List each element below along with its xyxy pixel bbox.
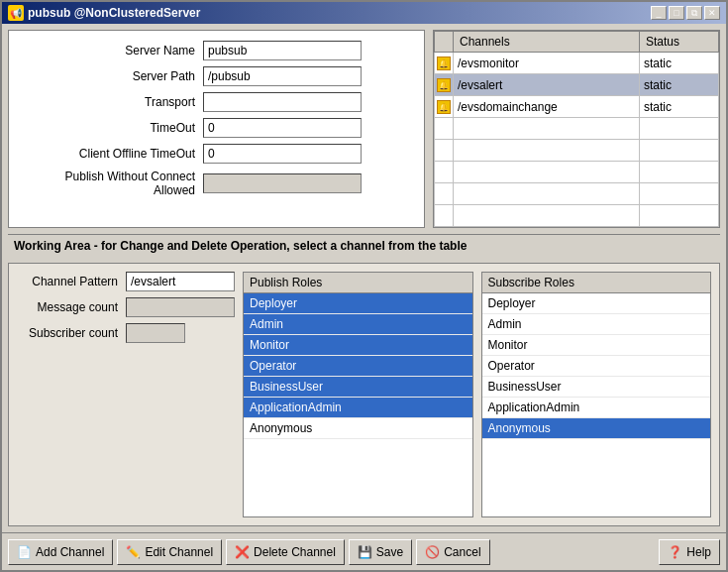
- close-button[interactable]: ✕: [704, 6, 720, 20]
- publish-without-connect-row: Publish Without Connect Allowed: [25, 170, 408, 197]
- publish-roles-list: DeployerAdminMonitorOperatorBusinessUser…: [244, 293, 472, 516]
- channel-icon-cell: [435, 205, 454, 227]
- client-offline-timeout-label: Client Offline TimeOut: [25, 147, 203, 161]
- minimize-button[interactable]: _: [651, 6, 667, 20]
- server-name-label: Server Name: [25, 44, 203, 57]
- subscribe-role-item[interactable]: Operator: [482, 356, 711, 377]
- table-row[interactable]: 🔔/evsalertstatic: [435, 74, 719, 96]
- channel-icon-cell: 🔔: [435, 74, 454, 96]
- channel-status-cell: [640, 183, 719, 205]
- timeout-row: TimeOut: [25, 118, 408, 138]
- channels-header: Channels: [454, 32, 640, 53]
- subscriber-count-input: [126, 323, 185, 343]
- save-button[interactable]: 💾 Save: [349, 539, 412, 565]
- cancel-button[interactable]: 🚫 Cancel: [416, 539, 489, 565]
- help-icon: ❓: [668, 545, 682, 559]
- channel-name-cell: [454, 140, 640, 162]
- edit-channel-button[interactable]: ✏️ Edit Channel: [117, 539, 222, 565]
- delete-channel-icon: ❌: [235, 545, 250, 559]
- title-bar: 📢 pubsub @NonClusteredServer _ □ ⧉ ✕: [2, 2, 726, 24]
- subscribe-roles-panel: Subscribe Roles DeployerAdminMonitorOper…: [481, 272, 712, 517]
- subscribe-role-item[interactable]: Anonymous: [482, 418, 711, 439]
- server-path-input[interactable]: [203, 66, 362, 86]
- subscribe-role-item[interactable]: Admin: [482, 314, 711, 335]
- edit-channel-label: Edit Channel: [145, 545, 213, 559]
- channel-icon: 🔔: [437, 78, 451, 92]
- channel-name-cell: [454, 118, 640, 140]
- publish-role-item[interactable]: Anonymous: [244, 418, 472, 439]
- table-row[interactable]: [435, 118, 719, 140]
- channel-icon-cell: [435, 118, 454, 140]
- main-window: 📢 pubsub @NonClusteredServer _ □ ⧉ ✕ Ser…: [0, 0, 728, 572]
- channels-table: Channels Status 🔔/evsmonitorstatic🔔/evsa…: [434, 31, 719, 227]
- table-row[interactable]: 🔔/evsdomainchangestatic: [435, 96, 719, 118]
- transport-row: Transport: [25, 92, 408, 112]
- working-area: Channel Pattern Message count Subscriber…: [8, 263, 720, 526]
- publish-without-connect-input[interactable]: [203, 173, 362, 193]
- subscribe-role-item[interactable]: Deployer: [482, 293, 711, 314]
- channel-fields: Channel Pattern Message count Subscriber…: [17, 272, 235, 517]
- status-header: Status: [640, 32, 719, 53]
- channel-icon-header: [435, 32, 454, 53]
- window-icon: 📢: [8, 5, 24, 21]
- timeout-input[interactable]: [203, 118, 362, 138]
- transport-label: Transport: [25, 95, 203, 109]
- subscribe-role-item[interactable]: Monitor: [482, 335, 711, 356]
- table-row[interactable]: [435, 183, 719, 205]
- publish-role-item[interactable]: Deployer: [244, 293, 472, 314]
- message-count-row: Message count: [17, 297, 235, 317]
- transport-input[interactable]: [203, 92, 362, 112]
- subscriber-count-row: Subscriber count: [17, 323, 235, 343]
- working-area-header: Working Area - for Change and Delete Ope…: [8, 234, 720, 257]
- publish-role-item[interactable]: Operator: [244, 356, 472, 377]
- server-path-label: Server Path: [25, 69, 203, 83]
- channel-name-cell: [454, 183, 640, 205]
- publish-role-item[interactable]: Monitor: [244, 335, 472, 356]
- save-icon: 💾: [358, 545, 372, 559]
- help-button[interactable]: ❓ Help: [659, 539, 720, 565]
- publish-roles-panel: Publish Roles DeployerAdminMonitorOperat…: [243, 272, 473, 517]
- channel-pattern-label: Channel Pattern: [17, 275, 126, 288]
- client-offline-timeout-input[interactable]: [203, 144, 362, 164]
- channel-icon-cell: [435, 162, 454, 183]
- channel-status-cell: [640, 140, 719, 162]
- table-row[interactable]: [435, 162, 719, 183]
- add-channel-button[interactable]: 📄 Add Channel: [8, 539, 113, 565]
- table-row[interactable]: [435, 140, 719, 162]
- server-name-row: Server Name: [25, 41, 408, 60]
- help-label: Help: [686, 545, 711, 559]
- publish-role-item[interactable]: BusinessUser: [244, 377, 472, 398]
- add-channel-icon: 📄: [17, 545, 32, 559]
- restore-button[interactable]: □: [669, 6, 684, 20]
- title-buttons: _ □ ⧉ ✕: [651, 6, 720, 20]
- subscribe-role-item[interactable]: BusinessUser: [482, 377, 711, 398]
- table-row[interactable]: 🔔/evsmonitorstatic: [435, 53, 719, 74]
- channel-icon-cell: [435, 140, 454, 162]
- subscribe-roles-list: DeployerAdminMonitorOperatorBusinessUser…: [482, 293, 711, 516]
- cancel-label: Cancel: [444, 545, 480, 559]
- title-bar-left: 📢 pubsub @NonClusteredServer: [8, 5, 200, 21]
- channel-name-cell: /evsalert: [454, 74, 640, 96]
- window-title: pubsub @NonClusteredServer: [28, 6, 200, 20]
- message-count-input: [126, 297, 235, 317]
- main-content: Server Name Server Path Transport TimeOu…: [2, 24, 726, 532]
- message-count-label: Message count: [17, 300, 126, 314]
- subscriber-count-label: Subscriber count: [17, 326, 126, 340]
- channel-pattern-input[interactable]: [126, 272, 235, 291]
- timeout-label: TimeOut: [25, 121, 203, 135]
- server-name-input[interactable]: [203, 41, 362, 60]
- top-section: Server Name Server Path Transport TimeOu…: [8, 30, 720, 228]
- publish-role-item[interactable]: Admin: [244, 314, 472, 335]
- maximize-button[interactable]: ⧉: [686, 6, 702, 20]
- channel-name-cell: /evsmonitor: [454, 53, 640, 74]
- table-row[interactable]: [435, 205, 719, 227]
- delete-channel-button[interactable]: ❌ Delete Channel: [226, 539, 345, 565]
- channels-panel: Channels Status 🔔/evsmonitorstatic🔔/evsa…: [433, 30, 720, 228]
- working-area-title: Working Area - for Change and Delete Ope…: [14, 239, 467, 253]
- subscribe-role-item[interactable]: ApplicationAdmin: [482, 398, 711, 418]
- channel-icon-cell: 🔔: [435, 53, 454, 74]
- channel-status-cell: static: [640, 53, 719, 74]
- client-offline-timeout-row: Client Offline TimeOut: [25, 144, 408, 164]
- publish-role-item[interactable]: ApplicationAdmin: [244, 398, 472, 418]
- channel-icon: 🔔: [437, 57, 451, 70]
